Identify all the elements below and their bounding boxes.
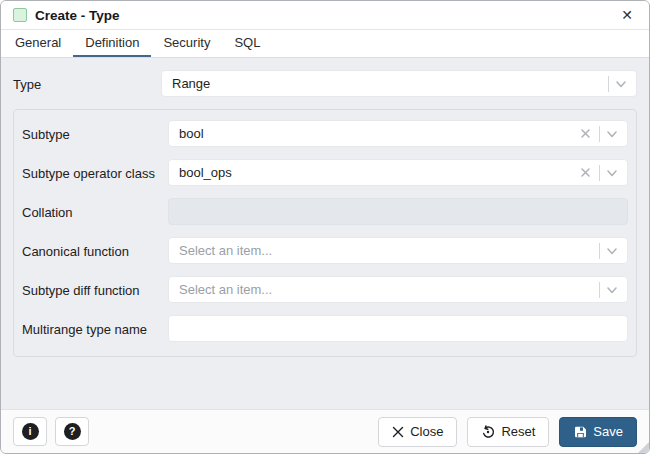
create-type-dialog: Create - Type ✕ General Definition Secur… <box>0 0 650 454</box>
tab-definition[interactable]: Definition <box>73 30 151 57</box>
chevron-down-icon[interactable] <box>604 245 620 257</box>
canonical-function-placeholder[interactable] <box>169 238 595 263</box>
reset-icon <box>481 425 495 439</box>
dialog-tabbar: General Definition Security SQL <box>1 30 649 58</box>
definition-panel: Type Subtype <box>1 58 649 409</box>
field-row-subtype: Subtype <box>22 120 628 147</box>
question-icon: ? <box>64 423 81 440</box>
type-select-value[interactable] <box>162 71 604 96</box>
canonical-function-select[interactable] <box>168 237 628 264</box>
type-label: Type <box>13 70 161 94</box>
select-divider <box>599 165 600 181</box>
tab-sql[interactable]: SQL <box>222 30 272 57</box>
field-row-collation: Collation <box>22 198 628 225</box>
select-divider <box>599 126 600 142</box>
type-select[interactable] <box>161 70 637 97</box>
field-row-canonical-function: Canonical function <box>22 237 628 264</box>
resize-grip[interactable] <box>638 442 649 453</box>
save-button-label: Save <box>593 424 623 439</box>
multirange-type-name-value[interactable] <box>169 316 627 341</box>
close-button[interactable]: Close <box>378 417 457 447</box>
collation-input <box>168 198 628 225</box>
subtype-select-value[interactable] <box>169 121 576 146</box>
dialog-help-button[interactable]: ? <box>55 417 89 446</box>
collation-input-value <box>169 199 627 224</box>
reset-button[interactable]: Reset <box>467 417 549 447</box>
range-options-group: Subtype <box>13 109 637 357</box>
clear-icon[interactable] <box>576 167 595 178</box>
multirange-type-name-label: Multirange type name <box>22 315 168 339</box>
canonical-function-label: Canonical function <box>22 237 168 261</box>
subtype-diff-function-select[interactable] <box>168 276 628 303</box>
select-divider <box>599 282 600 298</box>
subtype-select[interactable] <box>168 120 628 147</box>
subtype-diff-function-placeholder[interactable] <box>169 277 595 302</box>
subtype-label: Subtype <box>22 120 168 144</box>
subtype-diff-function-label: Subtype diff function <box>22 276 168 300</box>
select-divider <box>599 243 600 259</box>
subtype-operator-class-value[interactable] <box>169 160 576 185</box>
dialog-close-icon[interactable]: ✕ <box>617 5 637 25</box>
chevron-down-icon[interactable] <box>604 128 620 140</box>
field-row-type: Type <box>13 70 637 97</box>
save-button[interactable]: Save <box>559 417 637 447</box>
field-row-multirange-type-name: Multirange type name <box>22 315 628 342</box>
collation-label: Collation <box>22 198 168 222</box>
tab-security[interactable]: Security <box>151 30 222 57</box>
chevron-down-icon[interactable] <box>613 78 629 90</box>
select-divider <box>608 76 609 92</box>
multirange-type-name-input[interactable] <box>168 315 628 342</box>
subtype-operator-class-label: Subtype operator class <box>22 159 168 183</box>
dialog-footer: i ? Close Reset <box>1 409 649 453</box>
field-row-subtype-operator-class: Subtype operator class <box>22 159 628 186</box>
save-icon <box>573 425 587 439</box>
subtype-operator-class-select[interactable] <box>168 159 628 186</box>
info-icon: i <box>22 423 39 440</box>
type-object-icon <box>13 8 27 22</box>
reset-button-label: Reset <box>501 424 535 439</box>
chevron-down-icon[interactable] <box>604 167 620 179</box>
field-row-subtype-diff-function: Subtype diff function <box>22 276 628 303</box>
dialog-titlebar: Create - Type ✕ <box>1 1 649 30</box>
close-icon <box>392 426 404 438</box>
sql-help-button[interactable]: i <box>13 417 47 446</box>
clear-icon[interactable] <box>576 128 595 139</box>
close-button-label: Close <box>410 424 443 439</box>
chevron-down-icon[interactable] <box>604 284 620 296</box>
dialog-title: Create - Type <box>35 8 120 23</box>
tab-general[interactable]: General <box>3 30 73 57</box>
